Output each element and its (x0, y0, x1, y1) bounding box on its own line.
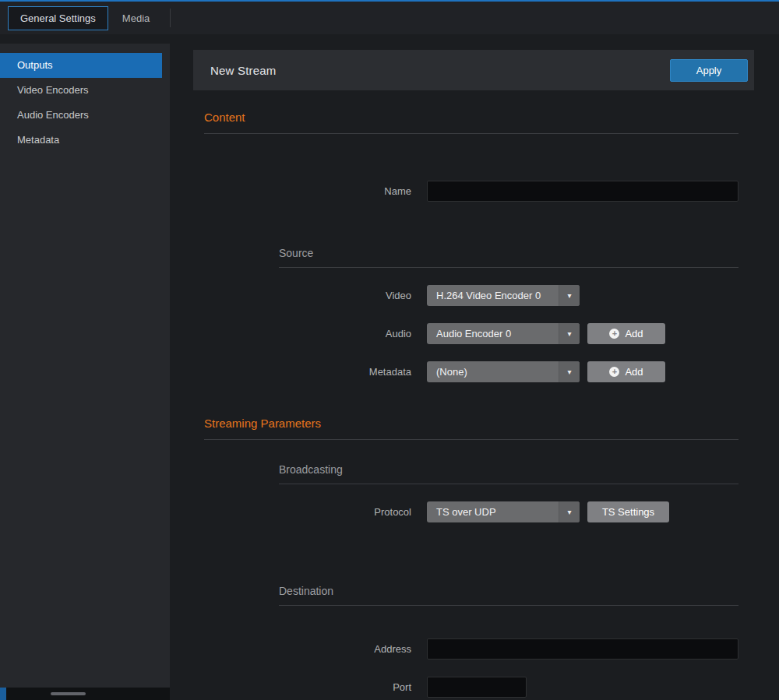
port-row: Port (204, 677, 738, 698)
topbar: General Settings Media (0, 0, 779, 34)
chevron-down-icon: ▾ (559, 323, 580, 344)
metadata-label: Metadata (204, 366, 427, 378)
port-input[interactable] (427, 677, 527, 698)
video-select-value: H.264 Video Encoder 0 (427, 290, 559, 301)
metadata-row: Metadata (None) ▾ + Add (204, 361, 738, 382)
sidebar-item-video-encoders[interactable]: Video Encoders (0, 78, 162, 103)
protocol-row: Protocol TS over UDP ▾ TS Settings (204, 501, 738, 522)
subsection-rule (279, 267, 738, 268)
audio-select[interactable]: Audio Encoder 0 ▾ (427, 323, 580, 344)
subsection-title-source: Source (279, 247, 738, 259)
form-content: Content Name Source Video H.264 Video En… (204, 111, 738, 698)
protocol-label: Protocol (204, 506, 427, 518)
add-metadata-button[interactable]: + Add (587, 361, 665, 382)
video-select[interactable]: H.264 Video Encoder 0 ▾ (427, 285, 580, 306)
address-input[interactable] (427, 638, 738, 660)
sidebar-scrollbar-track (0, 688, 170, 700)
add-audio-button[interactable]: + Add (587, 323, 665, 344)
audio-label: Audio (204, 328, 427, 339)
name-label: Name (204, 185, 427, 197)
name-input[interactable] (427, 181, 738, 202)
ts-settings-button[interactable]: TS Settings (587, 501, 669, 522)
audio-select-value: Audio Encoder 0 (427, 328, 559, 339)
add-metadata-button-label: Add (625, 366, 643, 378)
subsection-rule (279, 484, 738, 484)
topbar-divider (170, 9, 171, 27)
section-rule (204, 439, 738, 440)
plus-icon: + (609, 367, 619, 377)
chevron-down-icon: ▾ (559, 285, 580, 306)
port-label: Port (204, 681, 427, 693)
tab-media[interactable]: Media (110, 6, 162, 30)
metadata-select[interactable]: (None) ▾ (427, 361, 580, 382)
subsection-title-broadcasting: Broadcasting (279, 463, 738, 476)
protocol-select[interactable]: TS over UDP ▾ (427, 501, 580, 522)
sidebar-item-audio-encoders[interactable]: Audio Encoders (0, 103, 162, 128)
sidebar-item-outputs[interactable]: Outputs (0, 53, 162, 78)
sidebar: Outputs Video Encoders Audio Encoders Me… (0, 44, 170, 700)
tab-general-settings[interactable]: General Settings (8, 6, 108, 30)
section-rule (204, 133, 738, 134)
corner-accent (0, 688, 6, 700)
section-title-streaming-parameters: Streaming Parameters (204, 417, 738, 430)
protocol-select-value: TS over UDP (427, 506, 559, 518)
name-row: Name (204, 181, 738, 202)
page-title: New Stream (210, 64, 277, 77)
chevron-down-icon: ▾ (559, 501, 580, 522)
add-audio-button-label: Add (625, 328, 643, 339)
subsection-title-destination: Destination (279, 585, 738, 597)
chevron-down-icon: ▾ (559, 361, 580, 382)
section-title-content: Content (204, 111, 738, 124)
main-panel: New Stream Apply Content Name Source Vid… (170, 44, 779, 700)
sidebar-item-metadata[interactable]: Metadata (0, 128, 162, 153)
address-label: Address (204, 643, 427, 655)
destination-subsection: Destination (279, 585, 738, 606)
source-subsection: Source (279, 247, 738, 268)
audio-row: Audio Audio Encoder 0 ▾ + Add (204, 323, 738, 344)
subsection-rule (279, 605, 738, 606)
address-row: Address (204, 638, 738, 660)
video-row: Video H.264 Video Encoder 0 ▾ (204, 285, 738, 306)
metadata-select-value: (None) (427, 366, 559, 378)
broadcasting-subsection: Broadcasting (279, 463, 738, 484)
horizontal-scrollbar-thumb[interactable] (51, 692, 86, 695)
video-label: Video (204, 290, 427, 301)
plus-icon: + (609, 329, 619, 339)
stream-header: New Stream Apply (193, 50, 754, 90)
apply-button[interactable]: Apply (670, 59, 748, 82)
